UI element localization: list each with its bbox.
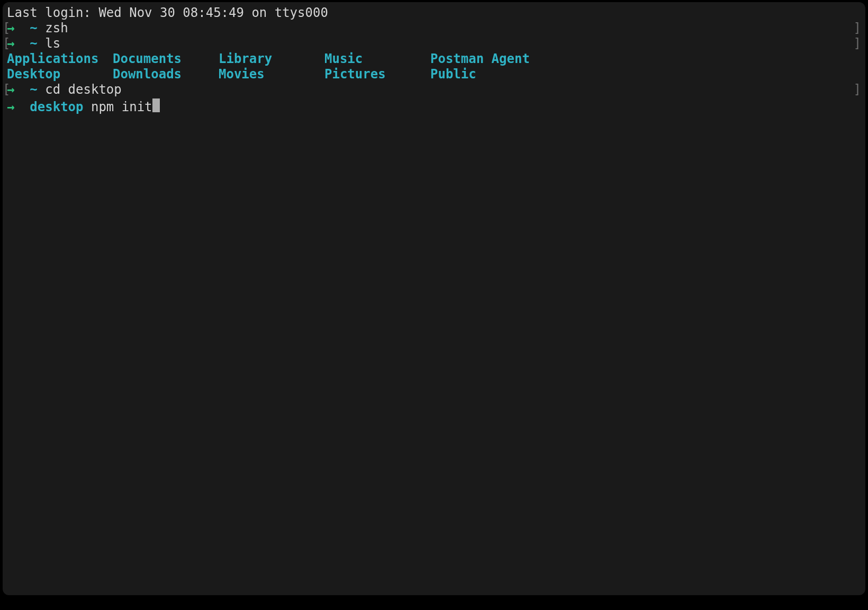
prompt-line-zsh: [ → ~ zsh ] bbox=[3, 21, 865, 36]
bracket-left-icon: [ bbox=[3, 21, 10, 36]
directory-name: Downloads bbox=[113, 67, 219, 82]
last-login-text: Last login: Wed Nov 30 08:45:49 on ttys0… bbox=[3, 5, 865, 21]
directory-name: Library bbox=[219, 51, 324, 67]
ls-output-row: Desktop Downloads Movies Pictures Public bbox=[3, 67, 865, 82]
bracket-right-icon: ] bbox=[854, 36, 861, 51]
terminal-window[interactable]: Last login: Wed Nov 30 08:45:49 on ttys0… bbox=[3, 2, 865, 595]
prompt-line-cd: [ → ~ cd desktop ] bbox=[3, 82, 865, 97]
command-cd-desktop: cd desktop bbox=[45, 82, 122, 97]
bracket-right-icon: ] bbox=[854, 21, 861, 36]
bracket-left-icon: [ bbox=[3, 36, 10, 51]
prompt-line-ls: [ → ~ ls ] bbox=[3, 36, 865, 51]
prompt-arrow-icon: → bbox=[7, 100, 14, 115]
directory-name: Documents bbox=[113, 51, 219, 67]
prompt-line-active[interactable]: → desktop npm init bbox=[3, 97, 865, 115]
directory-name: Applications bbox=[7, 51, 113, 67]
bracket-right-icon: ] bbox=[854, 82, 861, 97]
command-npm-init[interactable]: npm init bbox=[91, 100, 152, 115]
directory-name: Music bbox=[324, 51, 430, 67]
command-zsh: zsh bbox=[45, 21, 68, 36]
prompt-path-home: ~ bbox=[30, 21, 37, 36]
bracket-left-icon: [ bbox=[3, 82, 10, 97]
prompt-path-home: ~ bbox=[30, 82, 37, 97]
directory-name: Movies bbox=[219, 67, 324, 82]
directory-name: Postman Agent bbox=[430, 51, 563, 67]
prompt-path-home: ~ bbox=[30, 36, 37, 51]
cursor-block-icon bbox=[152, 98, 160, 112]
prompt-path-desktop: desktop bbox=[30, 100, 83, 115]
ls-output-row: Applications Documents Library Music Pos… bbox=[3, 51, 865, 67]
directory-name: Public bbox=[430, 67, 563, 82]
command-ls: ls bbox=[45, 36, 60, 51]
directory-name: Pictures bbox=[324, 67, 430, 82]
directory-name: Desktop bbox=[7, 67, 113, 82]
